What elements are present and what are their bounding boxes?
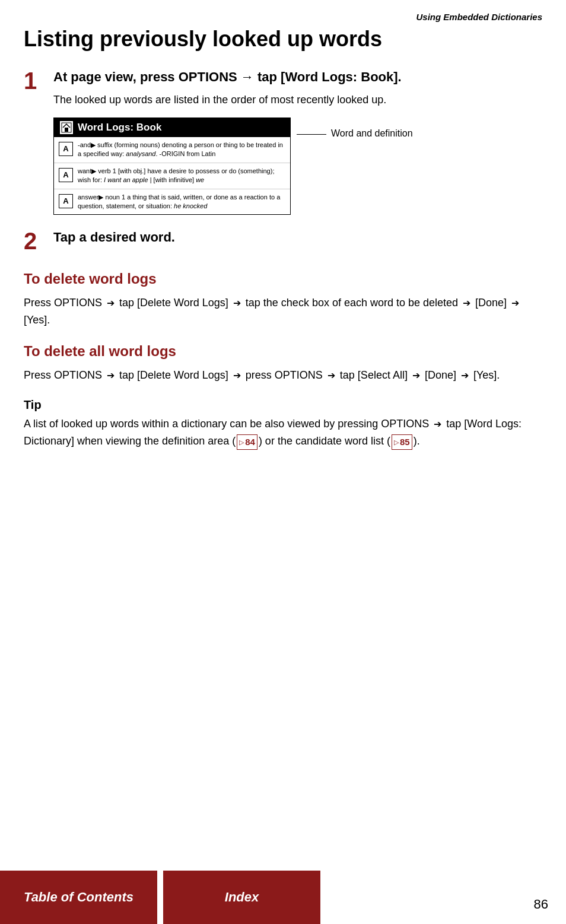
nav-gap bbox=[157, 871, 163, 924]
page-number: 86 bbox=[534, 897, 548, 912]
annotation-line bbox=[297, 134, 326, 135]
arrow-icon-4: ➔ bbox=[511, 296, 519, 311]
step-1-content: At page view, press OPTIONS → tap [Word … bbox=[53, 69, 542, 215]
ref-84: ▷84 bbox=[237, 434, 257, 450]
arrow-icon-1: ➔ bbox=[107, 296, 115, 311]
step-1-description: The looked up words are listed in the or… bbox=[53, 92, 542, 108]
word-entry-text-1: -and▶ suffix (forming nouns) denoting a … bbox=[78, 141, 285, 159]
word-entry-text-2: want▶ verb 1 [with obj.] have a desire t… bbox=[78, 167, 285, 185]
word-entry-1: A -and▶ suffix (forming nouns) denoting … bbox=[54, 137, 290, 163]
arrow-icon-9: ➔ bbox=[461, 368, 469, 383]
index-button[interactable]: Index bbox=[163, 871, 320, 924]
step-2-content: Tap a desired word. bbox=[53, 229, 542, 253]
section-delete-text: Press OPTIONS ➔ tap [Delete Word Logs] ➔… bbox=[24, 294, 542, 329]
word-entry-icon-2: A bbox=[59, 168, 73, 182]
ref-arrow-icon-2: ▷ bbox=[394, 437, 399, 448]
arrow-icon-7: ➔ bbox=[327, 368, 335, 383]
section-delete-all-heading: To delete all word logs bbox=[24, 343, 542, 360]
table-of-contents-label: Table of Contents bbox=[24, 890, 133, 905]
tip-section: Tip A list of looked up words within a d… bbox=[24, 398, 542, 450]
word-entry-3: A answer▶ noun 1 a thing that is said, w… bbox=[54, 189, 290, 215]
ref-85-number: 85 bbox=[400, 435, 410, 449]
step-1-number: 1 bbox=[24, 69, 43, 215]
page-chapter-header: Using Embedded Dictionaries bbox=[24, 12, 542, 22]
annotation-container: Word and definition bbox=[297, 128, 413, 139]
step-2: 2 Tap a desired word. bbox=[24, 229, 542, 253]
word-logs-icon bbox=[60, 121, 73, 134]
word-logs-title: Word Logs: Book bbox=[78, 122, 161, 134]
table-of-contents-button[interactable]: Table of Contents bbox=[0, 871, 157, 924]
word-logs-box-container: Word Logs: Book A -and▶ suffix (forming … bbox=[53, 118, 542, 215]
arrow-icon-2: ➔ bbox=[233, 296, 241, 311]
tip-heading: Tip bbox=[24, 398, 542, 412]
tip-text: A list of looked up words within a dicti… bbox=[24, 415, 542, 450]
step-1: 1 At page view, press OPTIONS → tap [Wor… bbox=[24, 69, 542, 215]
section-delete-all-text: Press OPTIONS ➔ tap [Delete Word Logs] ➔… bbox=[24, 367, 542, 384]
step-2-number: 2 bbox=[24, 229, 43, 253]
arrow-icon-3: ➔ bbox=[463, 296, 470, 311]
step-1-title: At page view, press OPTIONS → tap [Word … bbox=[53, 69, 542, 86]
page-number-container: 86 bbox=[320, 871, 566, 924]
section-delete-all: To delete all word logs Press OPTIONS ➔ … bbox=[24, 343, 542, 384]
bottom-navigation: Table of Contents Index 86 bbox=[0, 871, 566, 924]
section-delete-heading: To delete word logs bbox=[24, 271, 542, 287]
arrow-icon-10: ➔ bbox=[434, 417, 441, 432]
ref-85: ▷85 bbox=[392, 434, 412, 450]
arrow-icon-5: ➔ bbox=[107, 368, 115, 383]
ref-arrow-icon-1: ▷ bbox=[239, 437, 244, 448]
svg-rect-1 bbox=[65, 128, 68, 132]
word-entry-icon-1: A bbox=[59, 142, 73, 156]
arrow-icon-6: ➔ bbox=[233, 368, 241, 383]
index-label: Index bbox=[225, 890, 259, 905]
word-entry-text-3: answer▶ noun 1 a thing that is said, wri… bbox=[78, 193, 285, 211]
ref-84-number: 84 bbox=[245, 435, 255, 449]
step-2-title: Tap a desired word. bbox=[53, 229, 542, 246]
word-entry-2: A want▶ verb 1 [with obj.] have a desire… bbox=[54, 163, 290, 189]
section-delete: To delete word logs Press OPTIONS ➔ tap … bbox=[24, 271, 542, 329]
word-entry-icon-3: A bbox=[59, 194, 73, 208]
word-logs-header: Word Logs: Book bbox=[54, 118, 290, 137]
page-title: Listing previously looked up words bbox=[24, 27, 542, 51]
annotation-label: Word and definition bbox=[331, 128, 413, 139]
word-logs-box: Word Logs: Book A -and▶ suffix (forming … bbox=[53, 118, 291, 215]
arrow-icon-8: ➔ bbox=[412, 368, 420, 383]
